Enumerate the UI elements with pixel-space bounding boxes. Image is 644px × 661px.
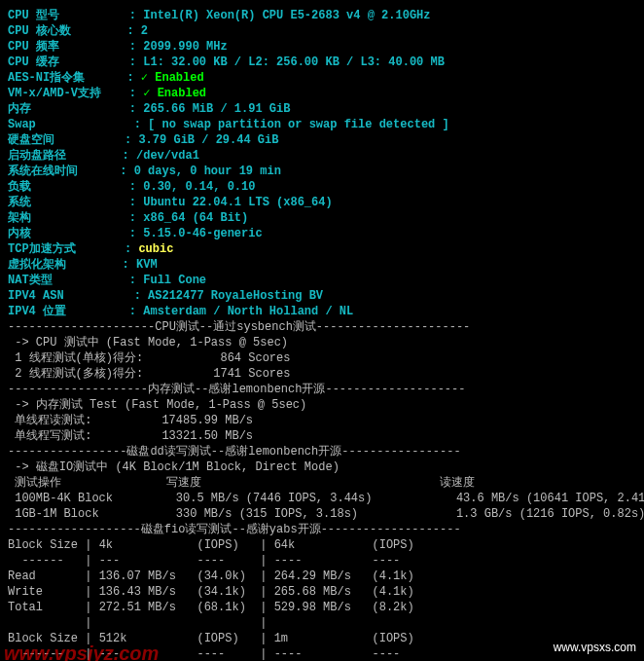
value: cubic (138, 242, 173, 256)
dd-row-1gb: 1GB-1M Block 330 MB/s (315 IOPS, 3.18s) … (8, 506, 636, 522)
value: 5.15.0-46-generic (143, 227, 262, 240)
label: CPU 缓存 (8, 55, 129, 69)
label: 启动盘路径 (8, 149, 123, 163)
label: AES-NI指令集 (8, 71, 126, 85)
label: 内存 (8, 102, 129, 116)
label: Swap (8, 118, 134, 131)
section-header-cpu: ---------------------CPU测试--通过sysbench测试… (8, 319, 636, 335)
label: 系统 (8, 196, 129, 209)
mem-test-mode: -> 内存测试 Test (Fast Mode, 1-Pass @ 5sec) (8, 397, 636, 413)
value: x86_64 (64 Bit) (143, 211, 248, 225)
section-header-mem: --------------------内存测试--感谢lemonbench开源… (8, 382, 636, 397)
label: NAT类型 (8, 274, 129, 287)
value: KVM (136, 258, 158, 272)
value: 2099.990 MHz (143, 40, 227, 54)
label: 架构 (8, 211, 129, 225)
label: IPV4 位置 (8, 305, 129, 318)
fio-total-4k: Total | 272.51 MB/s (68.1k) | 529.98 MB/… (8, 600, 636, 615)
label: CPU 频率 (8, 40, 129, 54)
fio-blank: | | (8, 615, 636, 631)
value: ✓ Enabled (143, 87, 206, 100)
label: CPU 核心数 (8, 24, 126, 38)
dd-header: 测试操作 写速度 读速度 (8, 475, 636, 491)
label: 虚拟化架构 (8, 258, 123, 272)
value: /dev/vda1 (136, 149, 199, 163)
value: AS212477 RoyaleHosting BV (148, 289, 323, 303)
value: Full Cone (143, 274, 206, 287)
value: 0 days, 0 hour 19 min (134, 165, 281, 178)
value: ✓ Enabled (141, 71, 204, 85)
label: VM-x/AMD-V支持 (8, 87, 129, 100)
fio-header-4k: Block Size | 4k (IOPS) | 64k (IOPS) (8, 537, 636, 553)
fio-write-4k: Write | 136.43 MB/s (34.1k) | 265.68 MB/… (8, 584, 636, 600)
label: TCP加速方式 (8, 242, 125, 256)
cpu-test-mode: -> CPU 测试中 (Fast Mode, 1-Pass @ 5sec) (8, 335, 636, 350)
watermark-right: www.vpsxs.com (554, 640, 636, 655)
value: [ no swap partition or swap file detecte… (148, 118, 449, 131)
value: 0.30, 0.14, 0.10 (143, 180, 255, 194)
label: IPV4 ASN (8, 289, 134, 303)
value: Ubuntu 22.04.1 LTS (x86_64) (143, 196, 332, 209)
value: L1: 32.00 KB / L2: 256.00 KB / L3: 40.00… (143, 55, 445, 69)
mem-write: 单线程写测试: 13321.50 MB/s (8, 428, 636, 444)
value: 3.79 GiB / 29.44 GiB (138, 133, 278, 147)
value: 265.66 MiB / 1.91 GiB (143, 102, 290, 116)
cpu-multi-thread: 2 线程测试(多核)得分: 1741 Scores (8, 366, 636, 382)
value: 2 (141, 24, 148, 38)
watermark-left: www.vpsjyz.com (4, 645, 159, 661)
value: Amsterdam / North Holland / NL (143, 305, 353, 318)
section-header-fio: -------------------磁盘fio读写测试--感谢yabs开源--… (8, 522, 636, 537)
fio-divider: ------ | --- ---- | ---- ---- (8, 553, 636, 569)
section-header-dd: -----------------磁盘dd读写测试--感谢lemonbench开… (8, 444, 636, 459)
label: 内核 (8, 227, 129, 240)
label: 系统在线时间 (8, 165, 120, 178)
dd-row-100mb: 100MB-4K Block 30.5 MB/s (7446 IOPS, 3.4… (8, 491, 636, 506)
cpu-single-thread: 1 线程测试(单核)得分: 864 Scores (8, 350, 636, 366)
system-info: CPU 型号 : Intel(R) Xeon(R) CPU E5-2683 v4… (8, 8, 636, 319)
dd-test-mode: -> 磁盘IO测试中 (4K Block/1M Block, Direct Mo… (8, 459, 636, 475)
fio-read-4k: Read | 136.07 MB/s (34.0k) | 264.29 MB/s… (8, 569, 636, 584)
label: CPU 型号 (8, 9, 129, 22)
value: Intel(R) Xeon(R) CPU E5-2683 v4 @ 2.10GH… (143, 9, 430, 22)
label: 负载 (8, 180, 129, 194)
label: 硬盘空间 (8, 133, 125, 147)
mem-read: 单线程读测试: 17485.99 MB/s (8, 413, 636, 428)
